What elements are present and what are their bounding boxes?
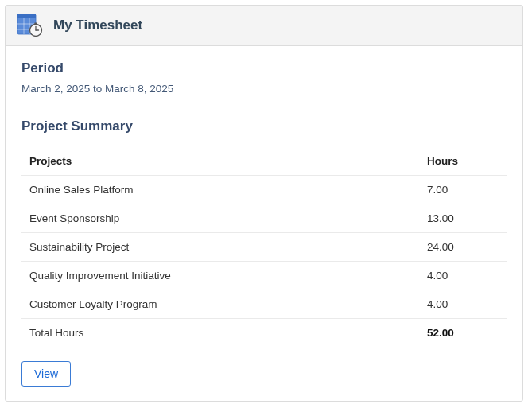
svg-rect-9 bbox=[34, 23, 37, 25]
table-row: Online Sales Platform7.00 bbox=[21, 176, 507, 204]
period-value: March 2, 2025 to March 8, 2025 bbox=[21, 83, 507, 95]
total-hours: 52.00 bbox=[419, 319, 507, 348]
total-label: Total Hours bbox=[21, 319, 419, 348]
project-cell: Online Sales Platform bbox=[21, 176, 419, 204]
summary-title: Project Summary bbox=[21, 119, 507, 134]
column-hours: Hours bbox=[419, 149, 507, 176]
project-cell: Sustainability Project bbox=[21, 233, 419, 262]
project-summary-table: Projects Hours Online Sales Platform7.00… bbox=[21, 149, 507, 347]
hours-cell: 24.00 bbox=[419, 233, 507, 262]
view-button[interactable]: View bbox=[21, 361, 71, 387]
table-row: Event Sponsorship13.00 bbox=[21, 204, 507, 233]
project-cell: Quality Improvement Initiative bbox=[21, 262, 419, 290]
table-row: Quality Improvement Initiative4.00 bbox=[21, 262, 507, 290]
project-cell: Customer Loyalty Program bbox=[21, 290, 419, 319]
total-row: Total Hours52.00 bbox=[21, 319, 507, 348]
card-body: Period March 2, 2025 to March 8, 2025 Pr… bbox=[6, 46, 522, 401]
table-row: Sustainability Project24.00 bbox=[21, 233, 507, 262]
hours-cell: 7.00 bbox=[419, 176, 507, 204]
project-cell: Event Sponsorship bbox=[21, 204, 419, 233]
hours-cell: 13.00 bbox=[419, 204, 507, 233]
timesheet-icon bbox=[17, 14, 44, 37]
hours-cell: 4.00 bbox=[419, 262, 507, 290]
card-header: My Timesheet bbox=[6, 6, 522, 46]
column-projects: Projects bbox=[21, 149, 419, 176]
card-title: My Timesheet bbox=[53, 18, 142, 33]
timesheet-card: My Timesheet Period March 2, 2025 to Mar… bbox=[5, 5, 523, 402]
table-row: Customer Loyalty Program4.00 bbox=[21, 290, 507, 319]
svg-rect-1 bbox=[17, 14, 36, 18]
table-header-row: Projects Hours bbox=[21, 149, 507, 176]
period-label: Period bbox=[21, 60, 507, 76]
hours-cell: 4.00 bbox=[419, 290, 507, 319]
